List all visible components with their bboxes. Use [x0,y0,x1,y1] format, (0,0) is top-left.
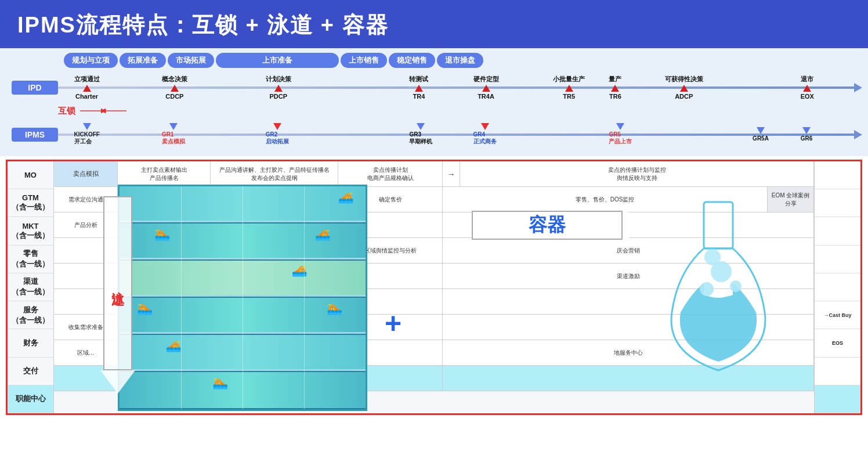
swimmer-5: 🏊 [137,301,153,316]
gate-gr1: GR1卖点模拟 [162,123,185,146]
gate-tri-gr5 [616,123,624,130]
label-functional-center: 职能中心 [8,385,53,413]
gate-code-tr6: TR6 [609,93,621,100]
label-delivery: 交付 [8,358,53,385]
gate-code-eox: EOX [801,93,814,100]
gate-charter: 立项通过 Charter [74,75,100,100]
gate-tri-gr1 [169,123,178,130]
phase-bar: 规划与立项 拓展准备 市场拓展 上市准备 上市销售 稳定销售 退市操盘 [12,53,856,68]
gate-code-pdcp: PDCP [269,93,287,100]
gate-tr5: 小批量生产 TR5 [553,75,585,100]
svg-point-6 [704,249,721,265]
gate-top-plan: 计划决策 [266,75,291,84]
gate-gr2: GR2启动拓展 [266,123,289,146]
pool-lane-1: 🏊 [120,186,366,223]
cell-mo-comm: 产品沟通讲解、主打胶片、产品特征传播名发布会的卖点提纲 [211,161,338,186]
gate-eox: 退市 EOX [801,75,814,100]
phase-section: 规划与立项 拓展准备 市场拓展 上市准备 上市销售 稳定销售 退市操盘 [0,48,868,68]
gate-code-tr5: TR5 [563,93,575,100]
ipd-label: IPD [12,81,58,95]
pool-lane-5: 🏊 [120,335,366,372]
gate-gr4: GR4正式商务 [473,123,497,146]
phase-market-expand: 市场拓展 [168,53,214,68]
gate-tri-tr5 [565,85,573,92]
right-service: →Cast Buy [815,301,860,329]
right-delivery [815,358,860,385]
gate-top-litre: 立项通过 [74,75,100,84]
right-func [815,385,860,413]
gate-tri-eox [803,85,811,92]
timeline-section: IPD 立项通过 Charter 概念决策 CDCP 计划决策 PDCP 转测试 [0,68,868,156]
gate-code-gr3: GR3早期样机 [409,131,432,146]
gate-tri-gr0 [83,123,91,130]
header: IPMS流程特点：互锁 + 泳道 + 容器 [0,0,868,48]
pool-lane-4: 🏊 🏊 [120,298,366,335]
gate-code-gr5a: GR5A [753,135,769,142]
swimmer-3: 🏊 [315,226,331,241]
gate-tri-gr6 [802,127,811,134]
gate-code-gr1: GR1卖点模拟 [162,131,185,146]
gate-tri-pdcp [274,85,283,92]
ipms-row: IPMS KICKOFF开工会 GR1卖点模拟 GR2启动拓展 GR3早期样机 [12,116,856,153]
label-channel: 渠道（含一线） [8,273,53,301]
label-mo: MO [8,161,53,189]
gate-code-tr4: TR4 [413,93,425,100]
gate-tri-gr4 [481,123,489,130]
ipms-label: IPMS [12,128,58,142]
gate-top-liangchan: 量产 [609,75,621,84]
swimmer-2: 🏊 [154,226,170,241]
gate-tr4a: 硬件定型 TR4A [473,75,499,100]
phase-exit: 退市操盘 [437,53,483,68]
gate-tri-gr3 [417,123,425,130]
phase-expand-prep: 拓展准备 [120,53,166,68]
gate-top-tr4: 转测试 [409,75,428,84]
phase-launch-sales: 上市销售 [341,53,387,68]
container-label: 容器 [472,211,623,240]
gate-code-gr0: KICKOFF开工会 [74,131,100,146]
gate-tri-tr4a [482,85,490,92]
right-finance: EOS [815,329,860,357]
cell-mo-monitor: 卖点的传播计划与监控舆情反映与支持 [460,161,814,186]
gate-top-eox: 退市 [801,75,813,84]
right-gtm [815,189,860,217]
pool-lane-6: 🏊 [120,372,366,409]
swimmer-6: 🏊 [327,301,342,316]
gate-code-gr2: GR2启动拓展 [266,131,289,146]
label-retail: 零售（含一线） [8,246,53,273]
label-gtm: GTM（含一线） [8,189,53,217]
gate-cdcp: 概念决策 CDCP [162,75,187,100]
container-arrow: 容器 [472,208,646,243]
gate-tri-charter [83,85,91,92]
label-mkt: MKT（含一线） [8,217,53,245]
page-title: IPMS流程特点：互锁 + 泳道 + 容器 [17,10,851,40]
cell-mo-arrow: → [443,161,460,186]
right-mo [815,161,860,189]
gate-tri-cdcp [171,85,179,92]
gate-gr3: GR3早期样机 [409,123,432,146]
main-area: MO GTM（含一线） MKT（含一线） 零售（含一线） 渠道（含一线） 服务（… [6,160,862,415]
pool-lane-2: 🏊 🏊 [120,223,366,261]
gate-code-gr6: GR6 [801,135,813,142]
content-row-mo: 卖点模拟 主打卖点素材输出产品传播名 产品沟通讲解、主打胶片、产品特征传播名发布… [54,161,814,187]
cell-mo-plan: 卖点传播计划电商产品规格确认 [338,161,443,186]
gate-code-gr4: GR4正式商务 [473,131,497,146]
huosuo-section: 互锁 [58,106,856,116]
gate-tri-gr5a [757,127,765,134]
gate-gr5a: GR5A [753,127,769,142]
gate-gr0: KICKOFF开工会 [74,123,100,146]
swimming-pool: 🏊 🏊 🏊 🏊 🏊 🏊 🏊 🏊 [118,185,367,411]
label-finance: 财务 [8,329,53,357]
right-eos-label: EOS [832,340,843,346]
gate-tri-gr2 [273,123,281,130]
pool-lane-3: 🏊 [120,261,366,298]
phase-planning: 规划与立项 [64,53,118,68]
gate-tri-tr6 [611,85,619,92]
swimmer-4: 🏊 [292,262,308,277]
gate-top-adcp: 可获得性决策 [665,75,703,84]
huosuo-label: 互锁 [58,106,75,117]
gate-top-concept: 概念决策 [162,75,187,84]
gate-tr6: 量产 TR6 [609,75,621,100]
flask-svg [660,196,776,382]
gate-code-charter: Charter [75,93,98,100]
gate-tri-adcp [680,85,688,92]
